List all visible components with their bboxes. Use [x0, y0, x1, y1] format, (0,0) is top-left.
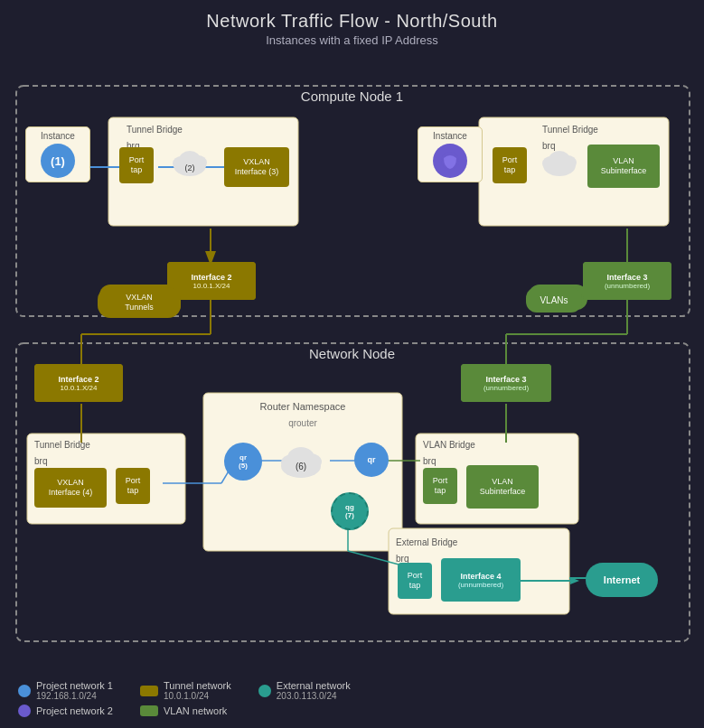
svg-text:(6): (6) — [296, 462, 306, 471]
legend-label-tunnel: Tunnel network 10.0.1.0/24 — [164, 680, 231, 701]
network-node-label: Network Node — [0, 346, 704, 362]
interface2-network: Interface 2 10.0.1.X/24 — [34, 364, 123, 402]
vxlan-interface-3: VXLANInterface (3) — [224, 147, 289, 187]
port-tap-vlan-network: Porttap — [423, 468, 457, 504]
port-tap-external: Porttap — [398, 563, 432, 599]
vxlan-interface-4: VXLANInterface (4) — [34, 468, 107, 508]
legend-project1: Project network 1 192.168.1.0/24 — [18, 680, 113, 701]
qr-right: qr — [354, 443, 389, 477]
legend-circle-project2 — [18, 705, 31, 717]
internet-label: Internet — [586, 563, 658, 597]
legend-rect-tunnel — [140, 686, 158, 696]
legend-row-1: Project network 1 192.168.1.0/24 Tunnel … — [18, 680, 351, 701]
interface2-compute: Interface 2 10.0.1.X/24 — [167, 262, 256, 300]
legend-label-project2: Project network 2 — [36, 705, 113, 716]
tunnel-bridge-network-label: Tunnel Bridge brq — [34, 435, 90, 468]
diagram-container: Network Traffic Flow - North/South Insta… — [0, 0, 704, 728]
instance-1: Instance (1) — [25, 126, 90, 182]
vlans-label: VLANs — [526, 287, 582, 313]
vxlan-tunnels-label: VXLANTunnels — [98, 287, 181, 318]
legend-circle-external — [258, 685, 271, 697]
legend-external: External network 203.0.113.0/24 — [258, 680, 351, 701]
legend: Project network 1 192.168.1.0/24 Tunnel … — [18, 680, 351, 717]
sub-title: Instances with a fixed IP Address — [0, 33, 704, 47]
instance2-label: Instance — [420, 131, 480, 141]
svg-text:(2): (2) — [185, 163, 195, 173]
legend-label-project1: Project network 1 192.168.1.0/24 — [36, 680, 113, 701]
port-tap-compute-right: Porttap — [493, 147, 527, 183]
legend-circle-project1 — [18, 685, 31, 697]
qg-7: qg(7) — [331, 492, 369, 530]
svg-point-45 — [549, 151, 570, 169]
legend-rect-vlan — [140, 705, 158, 716]
instance2-circle — [433, 144, 467, 178]
cloud-6: (6) — [277, 435, 326, 484]
legend-row-2: Project network 2 VLAN network — [18, 705, 351, 717]
interface3-network: Interface 3 (unnumbered) — [461, 364, 551, 402]
legend-vlan: VLAN network — [140, 705, 227, 717]
instance1-circle: (1) — [41, 144, 75, 178]
interface4-external: Interface 4 (unnumbered) — [441, 558, 521, 602]
port-tap-tunnel-network: Porttap — [116, 468, 150, 504]
instance1-label: Instance — [28, 131, 88, 141]
legend-tunnel: Tunnel network 10.0.1.0/24 — [140, 680, 231, 701]
internet-arrow — [521, 574, 587, 587]
instance-2: Instance — [418, 126, 483, 182]
legend-label-external: External network 203.0.113.0/24 — [277, 680, 351, 701]
router-namespace-label: Router Namespace qrouter — [210, 397, 396, 430]
qr-5: qr(5) — [224, 443, 262, 481]
port-tap-compute-left: Porttap — [119, 147, 154, 183]
legend-label-vlan: VLAN network — [164, 705, 227, 716]
cloud-2: (2) — [168, 140, 211, 182]
compute-node-label: Compute Node 1 — [0, 89, 704, 105]
cloud-right-compute — [538, 140, 581, 182]
interface3-compute: Interface 3 (unnumbered) — [583, 262, 671, 300]
title-area: Network Traffic Flow - North/South Insta… — [0, 0, 704, 47]
vlan-subinterface-compute: VLANSubinterface — [587, 145, 660, 188]
svg-marker-52 — [570, 577, 579, 584]
legend-project2: Project network 2 — [18, 705, 113, 717]
vlan-bridge-network-label: VLAN Bridge brq — [423, 435, 475, 468]
vlan-subinterface-network: VLANSubinterface — [466, 465, 539, 509]
main-title: Network Traffic Flow - North/South — [0, 11, 704, 32]
